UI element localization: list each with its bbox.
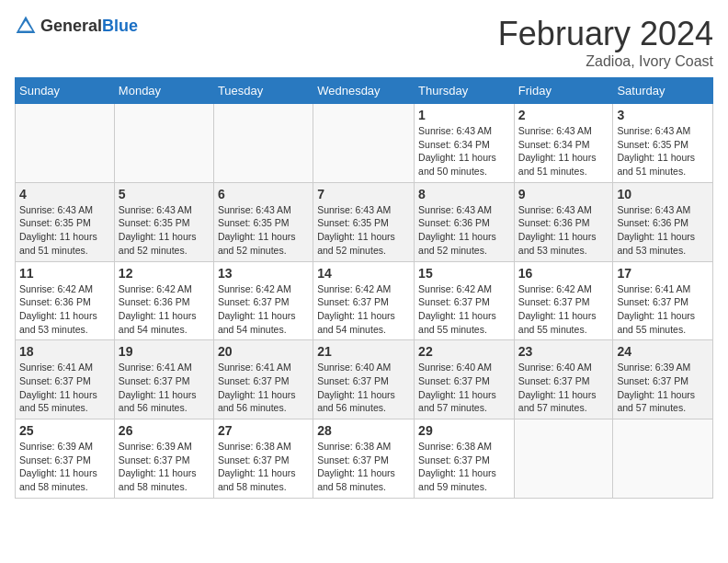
day-info: Sunrise: 6:43 AMSunset: 6:35 PMDaylight:… — [617, 124, 709, 178]
day-number: 11 — [19, 266, 110, 281]
day-info: Sunrise: 6:43 AMSunset: 6:35 PMDaylight:… — [19, 203, 110, 258]
calendar-cell — [213, 104, 313, 183]
calendar-cell: 10Sunrise: 6:43 AMSunset: 6:36 PMDayligh… — [613, 182, 713, 261]
calendar-cell: 20Sunrise: 6:41 AMSunset: 6:37 PMDayligh… — [213, 340, 313, 419]
calendar-cell — [313, 104, 415, 183]
day-info: Sunrise: 6:41 AMSunset: 6:37 PMDaylight:… — [218, 361, 309, 415]
day-info: Sunrise: 6:41 AMSunset: 6:37 PMDaylight:… — [119, 361, 210, 415]
day-info: Sunrise: 6:38 AMSunset: 6:37 PMDaylight:… — [317, 440, 410, 494]
day-info: Sunrise: 6:40 AMSunset: 6:37 PMDaylight:… — [418, 361, 510, 415]
day-number: 14 — [317, 266, 410, 281]
calendar-header: SundayMondayTuesdayWednesdayThursdayFrid… — [16, 78, 713, 104]
logo-text-blue: Blue — [102, 17, 138, 35]
calendar-cell: 16Sunrise: 6:42 AMSunset: 6:37 PMDayligh… — [514, 261, 613, 340]
day-number: 15 — [418, 266, 510, 281]
day-info: Sunrise: 6:43 AMSunset: 6:35 PMDaylight:… — [317, 203, 410, 258]
title-block: February 2024 Zadioa, Ivory Coast — [498, 15, 713, 70]
logo-text-general: General — [40, 17, 102, 35]
day-number: 26 — [119, 423, 210, 438]
weekday-header: Sunday — [16, 78, 115, 104]
weekday-header: Wednesday — [313, 78, 415, 104]
calendar-cell: 6Sunrise: 6:43 AMSunset: 6:35 PMDaylight… — [213, 182, 313, 261]
calendar-cell — [16, 104, 115, 183]
calendar-cell: 18Sunrise: 6:41 AMSunset: 6:37 PMDayligh… — [16, 340, 115, 419]
weekday-header: Thursday — [415, 78, 515, 104]
calendar-week-row: 25Sunrise: 6:39 AMSunset: 6:37 PMDayligh… — [16, 419, 713, 499]
calendar-title: February 2024 — [498, 15, 713, 53]
day-number: 12 — [119, 266, 210, 281]
calendar-cell: 14Sunrise: 6:42 AMSunset: 6:37 PMDayligh… — [313, 261, 415, 340]
calendar-cell: 5Sunrise: 6:43 AMSunset: 6:35 PMDaylight… — [114, 182, 213, 261]
page-header: GeneralBlue February 2024 Zadioa, Ivory … — [15, 15, 713, 70]
calendar-cell: 28Sunrise: 6:38 AMSunset: 6:37 PMDayligh… — [313, 419, 415, 499]
logo: GeneralBlue — [15, 15, 138, 37]
day-number: 24 — [617, 344, 709, 359]
calendar-cell: 9Sunrise: 6:43 AMSunset: 6:36 PMDaylight… — [514, 182, 613, 261]
calendar-cell: 3Sunrise: 6:43 AMSunset: 6:35 PMDaylight… — [613, 104, 713, 183]
day-info: Sunrise: 6:42 AMSunset: 6:37 PMDaylight:… — [418, 282, 510, 337]
calendar-cell: 17Sunrise: 6:41 AMSunset: 6:37 PMDayligh… — [613, 261, 713, 340]
day-number: 8 — [418, 187, 510, 201]
day-number: 18 — [19, 344, 110, 359]
day-info: Sunrise: 6:42 AMSunset: 6:37 PMDaylight:… — [518, 282, 609, 337]
day-info: Sunrise: 6:39 AMSunset: 6:37 PMDaylight:… — [617, 361, 709, 415]
calendar-cell — [514, 419, 613, 499]
calendar-table: SundayMondayTuesdayWednesdayThursdayFrid… — [15, 77, 713, 499]
calendar-cell — [114, 104, 213, 183]
day-info: Sunrise: 6:42 AMSunset: 6:36 PMDaylight:… — [119, 282, 210, 337]
calendar-cell: 2Sunrise: 6:43 AMSunset: 6:34 PMDaylight… — [514, 104, 613, 183]
day-number: 23 — [518, 344, 609, 359]
day-number: 6 — [218, 187, 309, 201]
weekday-header: Saturday — [613, 78, 713, 104]
day-info: Sunrise: 6:41 AMSunset: 6:37 PMDaylight:… — [19, 361, 110, 415]
day-number: 9 — [518, 187, 609, 201]
day-info: Sunrise: 6:40 AMSunset: 6:37 PMDaylight:… — [317, 361, 410, 415]
calendar-cell: 24Sunrise: 6:39 AMSunset: 6:37 PMDayligh… — [613, 340, 713, 419]
day-number: 5 — [119, 187, 210, 201]
day-info: Sunrise: 6:43 AMSunset: 6:36 PMDaylight:… — [418, 203, 510, 258]
day-number: 7 — [317, 187, 410, 201]
day-info: Sunrise: 6:38 AMSunset: 6:37 PMDaylight:… — [418, 440, 510, 494]
day-number: 28 — [317, 423, 410, 438]
calendar-week-row: 1Sunrise: 6:43 AMSunset: 6:34 PMDaylight… — [16, 104, 713, 183]
day-number: 29 — [418, 423, 510, 438]
day-number: 1 — [418, 108, 510, 122]
day-info: Sunrise: 6:43 AMSunset: 6:36 PMDaylight:… — [518, 203, 609, 258]
day-number: 20 — [218, 344, 309, 359]
calendar-cell: 26Sunrise: 6:39 AMSunset: 6:37 PMDayligh… — [114, 419, 213, 499]
day-info: Sunrise: 6:43 AMSunset: 6:34 PMDaylight:… — [418, 124, 510, 178]
calendar-cell: 12Sunrise: 6:42 AMSunset: 6:36 PMDayligh… — [114, 261, 213, 340]
calendar-cell: 23Sunrise: 6:40 AMSunset: 6:37 PMDayligh… — [514, 340, 613, 419]
day-number: 13 — [218, 266, 309, 281]
calendar-cell: 21Sunrise: 6:40 AMSunset: 6:37 PMDayligh… — [313, 340, 415, 419]
day-number: 10 — [617, 187, 709, 201]
calendar-cell: 25Sunrise: 6:39 AMSunset: 6:37 PMDayligh… — [16, 419, 115, 499]
weekday-header: Friday — [514, 78, 613, 104]
day-number: 27 — [218, 423, 309, 438]
calendar-cell: 11Sunrise: 6:42 AMSunset: 6:36 PMDayligh… — [16, 261, 115, 340]
day-number: 16 — [518, 266, 609, 281]
calendar-week-row: 4Sunrise: 6:43 AMSunset: 6:35 PMDaylight… — [16, 182, 713, 261]
day-number: 21 — [317, 344, 410, 359]
day-number: 25 — [19, 423, 110, 438]
day-number: 2 — [518, 108, 609, 122]
calendar-week-row: 11Sunrise: 6:42 AMSunset: 6:36 PMDayligh… — [16, 261, 713, 340]
day-info: Sunrise: 6:43 AMSunset: 6:36 PMDaylight:… — [617, 203, 709, 258]
day-info: Sunrise: 6:39 AMSunset: 6:37 PMDaylight:… — [19, 440, 110, 494]
day-info: Sunrise: 6:43 AMSunset: 6:34 PMDaylight:… — [518, 124, 609, 178]
day-info: Sunrise: 6:40 AMSunset: 6:37 PMDaylight:… — [518, 361, 609, 415]
calendar-cell: 4Sunrise: 6:43 AMSunset: 6:35 PMDaylight… — [16, 182, 115, 261]
day-number: 4 — [19, 187, 110, 201]
day-info: Sunrise: 6:43 AMSunset: 6:35 PMDaylight:… — [218, 203, 309, 258]
day-number: 19 — [119, 344, 210, 359]
calendar-cell: 15Sunrise: 6:42 AMSunset: 6:37 PMDayligh… — [415, 261, 515, 340]
calendar-cell: 29Sunrise: 6:38 AMSunset: 6:37 PMDayligh… — [415, 419, 515, 499]
weekday-header: Monday — [114, 78, 213, 104]
day-number: 22 — [418, 344, 510, 359]
day-number: 17 — [617, 266, 709, 281]
day-info: Sunrise: 6:38 AMSunset: 6:37 PMDaylight:… — [218, 440, 309, 494]
calendar-cell: 7Sunrise: 6:43 AMSunset: 6:35 PMDaylight… — [313, 182, 415, 261]
calendar-cell: 19Sunrise: 6:41 AMSunset: 6:37 PMDayligh… — [114, 340, 213, 419]
logo-icon — [15, 15, 37, 37]
day-number: 3 — [617, 108, 709, 122]
